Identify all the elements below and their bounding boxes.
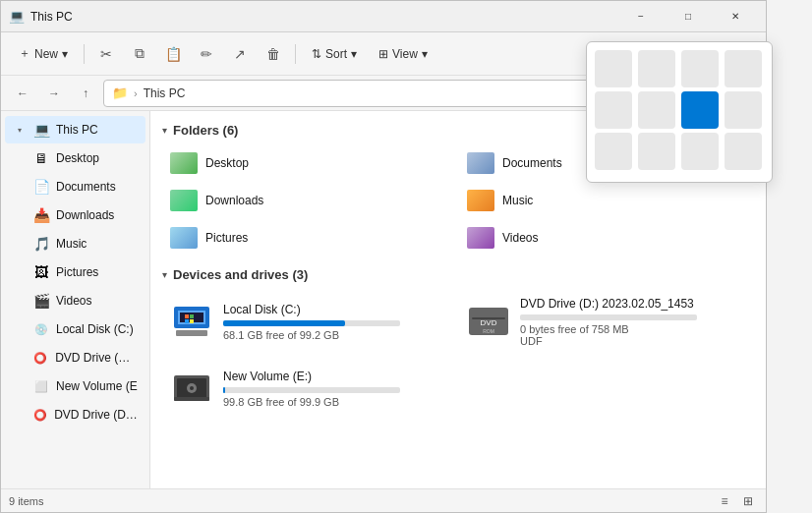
new-volume-icon: ⬜ [32,380,50,393]
plus-icon: ＋ [19,45,30,62]
breadcrumb: This PC [144,86,186,100]
paste-button[interactable]: 📋 [157,38,189,70]
folders-expand-icon: ▾ [162,125,167,136]
pictures-folder-icon [170,227,198,249]
view-cell-5[interactable] [595,91,632,129]
folder-music[interactable]: Music [459,183,754,218]
svg-rect-6 [190,319,194,323]
drive-d-info: DVD Drive (D:) 2023.02.05_1453 0 bytes f… [520,297,746,347]
title-bar-text: This PC [30,10,618,24]
maximize-button[interactable]: □ [666,1,711,32]
sidebar-item-downloads[interactable]: ▸ 📥 Downloads [5,201,145,229]
folder-music-name: Music [502,194,533,207]
view-cell-7-active[interactable] [681,91,719,129]
forward-button[interactable]: → [40,80,68,107]
up-button[interactable]: ↑ [72,80,99,107]
view-popup [586,41,773,183]
sidebar-item-this-pc[interactable]: ▾ 💻 This PC [5,116,145,143]
rename-button[interactable]: ✏ [191,38,222,70]
videos-icon: 🎬 [32,293,50,309]
drives-section-header[interactable]: ▾ Devices and drives (3) [162,267,754,282]
drive-d-icon: DVD ROM [467,300,510,343]
svg-rect-14 [174,397,209,401]
drive-d-space: 0 bytes free of 758 MB [520,323,746,335]
svg-rect-5 [185,319,189,323]
view-cell-3[interactable] [681,50,719,87]
folder-pictures[interactable]: Pictures [162,220,457,256]
pictures-icon: 🖼 [32,264,50,280]
sidebar-item-local-disk[interactable]: ▸ 💿 Local Disk (C:) [5,315,145,343]
drives-expand-icon: ▾ [162,269,167,280]
drive-e-icon [170,367,213,410]
folder-downloads-name: Downloads [205,194,263,207]
list-view-button[interactable]: ≡ [715,491,734,511]
view-cell-1[interactable] [595,50,632,87]
view-cell-10[interactable] [638,133,675,170]
cut-button[interactable]: ✂ [90,38,122,70]
drive-local-c[interactable]: Local Disk (C:) 68.1 GB free of 99.2 GB [162,290,457,353]
folder-desktop[interactable]: Desktop [162,145,457,181]
view-cell-4[interactable] [725,50,762,87]
svg-rect-4 [190,314,194,318]
view-cell-9[interactable] [595,133,632,170]
drive-dvd-d[interactable]: DVD ROM DVD Drive (D:) 2023.02.05_1453 0… [459,290,754,353]
drives-grid: Local Disk (C:) 68.1 GB free of 99.2 GB … [162,290,754,422]
toolbar-sep-1 [84,44,85,64]
dvd-d-icon: ⭕ [32,352,50,365]
sidebar-item-music[interactable]: ▸ 🎵 Music [5,230,145,257]
sidebar-item-videos[interactable]: ▸ 🎬 Videos [5,287,145,314]
share-button[interactable]: ↗ [224,38,256,70]
view-cell-12[interactable] [725,133,762,170]
status-text: 9 items [9,495,43,507]
back-button[interactable]: ← [9,80,36,107]
svg-rect-7 [176,330,207,336]
sidebar-item-documents[interactable]: ▸ 📄 Documents [5,173,145,200]
sort-button[interactable]: ⇅ Sort ▾ [302,38,367,70]
view-grid-row2 [595,91,764,129]
view-icon: ⊞ [378,47,388,61]
folder-videos[interactable]: Videos [459,220,754,256]
address-path-icon: 📁 [112,86,128,100]
delete-button[interactable]: 🗑 [258,38,289,70]
folder-desktop-name: Desktop [205,156,249,170]
expand-icon: ▾ [13,123,27,137]
view-grid-row1 [595,50,764,87]
new-arrow-icon: ▾ [62,47,68,61]
downloads-icon: 📥 [32,207,50,223]
sidebar-item-dvd-d[interactable]: ▸ ⭕ DVD Drive (D:) i [5,344,145,371]
svg-rect-11 [472,317,505,319]
breadcrumb-sep: › [134,87,138,99]
close-button[interactable]: ✕ [713,1,758,32]
drive-e-bar-bg [223,387,400,393]
drive-c-bar-fill [223,320,345,326]
dvd-d2-icon: ⭕ [31,409,48,422]
new-button[interactable]: ＋ New ▾ [9,38,78,70]
drive-c-icon [170,300,213,343]
grid-view-button[interactable]: ⊞ [738,491,758,511]
drive-e-space: 99.8 GB free of 99.9 GB [223,396,449,408]
sidebar-item-desktop[interactable]: ▸ 🖥 Desktop [5,144,145,172]
desktop-folder-icon [170,152,198,174]
minimize-button[interactable]: − [618,1,664,32]
folder-downloads[interactable]: Downloads [162,183,457,218]
view-button[interactable]: ⊞ View ▾ [369,38,437,70]
desktop-icon: 🖥 [32,150,50,166]
view-cell-8[interactable] [725,91,762,129]
sidebar-item-dvd-d2[interactable]: ▸ ⭕ DVD Drive (D:) 2 [5,401,145,428]
sidebar-item-new-volume[interactable]: ▸ ⬜ New Volume (E [5,372,145,400]
sidebar-item-pictures[interactable]: ▸ 🖼 Pictures [5,258,145,286]
videos-folder-icon [467,227,494,249]
view-cell-2[interactable] [638,50,675,87]
sort-arrow-icon: ▾ [351,47,357,61]
drive-new-volume-e[interactable]: New Volume (E:) 99.8 GB free of 99.9 GB [162,357,457,420]
view-cell-6[interactable] [638,91,675,129]
drives-section-title: Devices and drives (3) [173,267,308,282]
view-cell-11[interactable] [681,133,719,170]
title-bar-icon: 💻 [9,9,25,25]
view-grid-row3 [595,133,764,170]
view-arrow-icon: ▾ [422,47,428,61]
copy-button[interactable]: ⧉ [124,38,155,70]
folders-section-title: Folders (6) [173,123,238,138]
svg-rect-3 [185,314,189,318]
folder-documents-name: Documents [502,156,562,170]
